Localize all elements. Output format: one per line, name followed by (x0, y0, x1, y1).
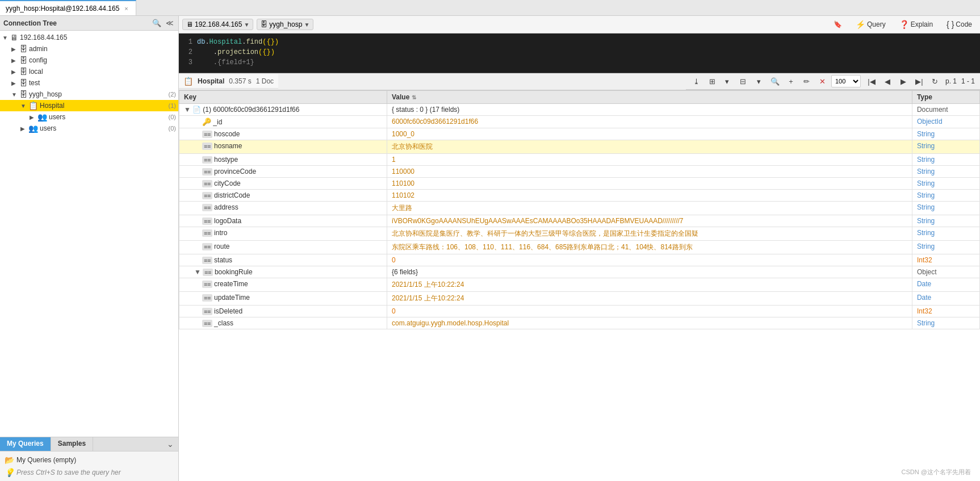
first-page-btn[interactable]: |◀ (864, 75, 879, 87)
tree-arrow-server: ▼ (2, 35, 9, 41)
key-label-5: provinceCode (214, 168, 256, 175)
value-cell-8: 大里路 (387, 202, 912, 215)
table-row[interactable]: ≡≡route东院区乘车路线：106、108、110、111、116、684、6… (179, 241, 980, 254)
table-row[interactable]: ≡≡intro北京协和医院是集医疗、教学、科研于一体的大型三级甲等综合医院，是国… (179, 227, 980, 241)
tree-item-config[interactable]: ▶ 🗄 config (0, 55, 178, 66)
code-icon: { } (947, 20, 954, 29)
samples-tab[interactable]: Samples (51, 437, 93, 451)
tree-item-local[interactable]: ▶ 🗄 local (0, 66, 178, 77)
query-button[interactable]: ⚡ Query (851, 18, 890, 31)
value-sort-icon[interactable]: ⇅ (412, 94, 416, 101)
my-queries-tab[interactable]: My Queries (0, 437, 51, 451)
last-page-btn[interactable]: ▶| (912, 75, 927, 87)
db-icon-toolbar: 🗄 (261, 20, 267, 28)
table-row[interactable]: ≡≡logoDataiVBORw0KGgoAAAANSUhEUgAAASwAAA… (179, 215, 980, 227)
add-document-btn[interactable]: + (784, 75, 798, 87)
edit-document-btn[interactable]: ✏ (799, 75, 814, 87)
tab-close-button[interactable]: × (123, 5, 129, 12)
tree-item-test[interactable]: ▶ 🗄 test (0, 77, 178, 89)
value-text-6: 110100 (392, 179, 414, 187)
grid-view-btn[interactable]: ⊟ (736, 75, 751, 87)
active-tab[interactable]: yygh_hosp:Hospital@192.168.44.165 × (0, 0, 136, 15)
next-page-btn[interactable]: ▶ (896, 75, 911, 87)
value-cell-15: 2021/1/15 上午10:22:24 (387, 292, 912, 306)
table-row[interactable]: ≡≡_classcom.atguigu.yygh.model.hosp.Hosp… (179, 317, 980, 329)
type-text-3: String (917, 142, 935, 150)
view-options-btn[interactable]: ▾ (752, 75, 767, 87)
tree-item-admin[interactable]: ▶ 🗄 admin (0, 43, 178, 55)
table-row[interactable]: 🔑 _id6000fc60c09d3661291d1f66ObjectId (179, 116, 980, 128)
tree-item-users-hospital[interactable]: ▶ 👥 users (0) (0, 111, 178, 123)
key-icon-10: ≡≡ (202, 229, 212, 237)
table-row[interactable]: ≡≡status0Int32 (179, 254, 980, 266)
sidebar-title: Connection Tree (3, 19, 57, 27)
search-btn[interactable]: 🔍 (768, 75, 782, 87)
table-row[interactable]: ≡≡hoscode1000_0String (179, 128, 980, 140)
expand-arrow-0[interactable]: ▼ (184, 106, 191, 114)
connection-selector[interactable]: 🖥 192.168.44.165 ▼ (182, 19, 253, 30)
table-row[interactable]: ≡≡districtCode110102String (179, 190, 980, 202)
per-page-select[interactable]: 100 50 200 (832, 77, 860, 85)
users-label-hospital: users (49, 113, 167, 121)
sidebar: Connection Tree 🔍 ≪ ▼ 🖥 192.168.44.165 ▶… (0, 16, 179, 481)
key-icon-4: ≡≡ (202, 156, 212, 164)
search-icon[interactable]: 🔍 (151, 18, 162, 28)
table-row[interactable]: ≡≡hosname北京协和医院String (179, 140, 980, 154)
collapse-icon[interactable]: ≪ (165, 18, 175, 28)
collection-icon-hospital: 📋 (28, 101, 38, 110)
tree-item-server[interactable]: ▼ 🖥 192.168.44.165 (0, 32, 178, 43)
value-text-4: 1 (392, 156, 396, 164)
value-text-11: 东院区乘车路线：106、108、110、111、116、684、685路到东单路… (392, 243, 693, 251)
tree-item-yygh-hosp[interactable]: ▼ 🗄 yygh_hosp (2) (0, 89, 178, 100)
bookmark-icon[interactable]: 🔖 (829, 19, 847, 30)
tree-item-hospital[interactable]: ▼ 📋 Hospital (1) (0, 100, 178, 111)
table-row[interactable]: ≡≡provinceCode110000String (179, 166, 980, 178)
query-label: Query (867, 20, 886, 28)
refresh-btn[interactable]: ↻ (928, 75, 943, 87)
value-text-5: 110000 (392, 168, 414, 175)
export-btn[interactable]: ⤓ (689, 75, 704, 87)
table-row[interactable]: ≡≡cityCode110100String (179, 178, 980, 190)
my-queries-label: My Queries (empty) (16, 456, 76, 464)
value-cell-13: {6 fields} (387, 266, 912, 278)
key-cell-0: ▼📄 (1) 6000fc60c09d3661291d1f66 (179, 104, 387, 116)
key-cell-10: ≡≡intro (179, 227, 387, 241)
type-cell-15: Date (912, 292, 979, 306)
table-header-row: Key Value ⇅ Type (179, 91, 980, 104)
explain-button[interactable]: ❓ Explain (895, 18, 937, 31)
database-selector[interactable]: 🗄 yygh_hosp ▼ (257, 19, 313, 30)
type-text-0: Document (917, 106, 948, 114)
table-row[interactable]: ≡≡hostype1String (179, 154, 980, 166)
table-row[interactable]: ▼📄 (1) 6000fc60c09d3661291d1f66{ status … (179, 104, 980, 116)
key-label-10: intro (214, 229, 227, 237)
view-dropdown-btn[interactable]: ▾ (720, 75, 735, 87)
key-icon-5: ≡≡ (202, 168, 212, 175)
key-icon-17: ≡≡ (202, 320, 212, 327)
table-row[interactable]: ≡≡createTime2021/1/15 上午10:22:24Date (179, 278, 980, 292)
table-row[interactable]: ≡≡address大里路String (179, 202, 980, 215)
per-page-selector[interactable]: 100 50 200 (831, 75, 861, 87)
type-text-5: String (917, 168, 935, 175)
queries-section: My Queries Samples ⌄ 📂 My Queries (empty… (0, 437, 178, 481)
my-queries-item[interactable]: 📂 My Queries (empty) (2, 454, 176, 466)
users-badge-top: (0) (169, 125, 176, 132)
type-text-1: ObjectId (917, 118, 943, 126)
table-row[interactable]: ≡≡isDeleted0Int32 (179, 306, 980, 317)
users-badge-hospital: (0) (169, 114, 176, 120)
explain-icon: ❓ (899, 20, 909, 29)
code-editor[interactable]: 1 db.Hospital.find({}) 2 .projection({})… (179, 34, 980, 73)
expand-arrow-13[interactable]: ▼ (194, 268, 201, 276)
db-label-test: test (29, 79, 176, 87)
tree-item-users-top[interactable]: ▶ 👥 users (0) (0, 123, 178, 134)
table-view-btn[interactable]: ⊞ (705, 75, 720, 87)
code-button[interactable]: { } Code (942, 18, 977, 31)
value-cell-1: 6000fc60c09d3661291d1f66 (387, 116, 912, 128)
delete-document-btn[interactable]: ✕ (815, 75, 830, 87)
table-row[interactable]: ▼≡≡bookingRule{6 fields}Object (179, 266, 980, 278)
type-text-16: Int32 (917, 307, 932, 315)
type-text-4: String (917, 156, 935, 164)
prev-page-btn[interactable]: ◀ (880, 75, 895, 87)
queries-collapse-btn[interactable]: ⌄ (162, 437, 178, 451)
type-text-8: String (917, 203, 935, 211)
table-row[interactable]: ≡≡updateTime2021/1/15 上午10:22:24Date (179, 292, 980, 306)
